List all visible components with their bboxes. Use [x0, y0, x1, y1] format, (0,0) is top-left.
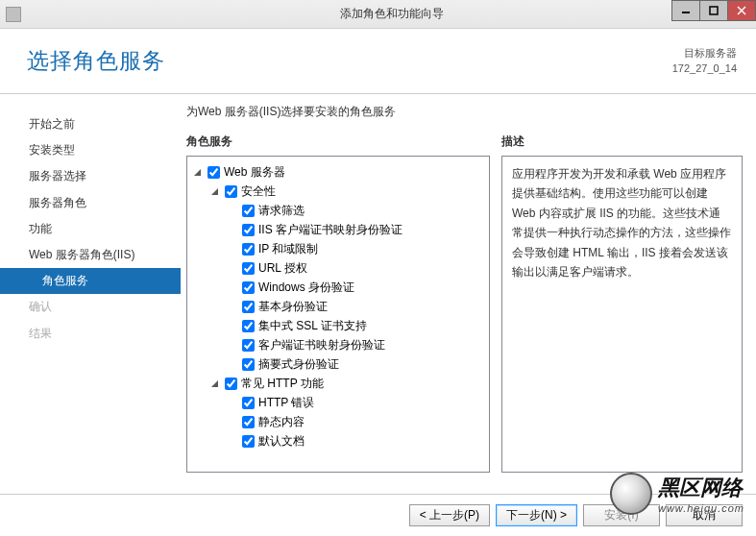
destination-server-block: 目标服务器 172_27_0_14 — [672, 46, 737, 76]
tree-toggle-placeholder — [228, 321, 238, 331]
maximize-icon — [709, 6, 719, 15]
tree-checkbox[interactable] — [242, 224, 255, 236]
tree-node[interactable]: 集中式 SSL 证书支持 — [193, 316, 487, 335]
nav-item: 结果 — [0, 321, 181, 347]
cancel-button[interactable]: 取消 — [666, 504, 743, 526]
tree-label: 基本身份验证 — [258, 297, 328, 316]
tree-label: 客户端证书映射身份验证 — [258, 335, 385, 354]
tree-toggle-placeholder — [228, 359, 238, 370]
nav-item: 确认 — [0, 294, 181, 320]
tree-checkbox[interactable] — [225, 378, 237, 390]
tree-scroll[interactable]: Web 服务器安全性请求筛选IIS 客户端证书映射身份验证IP 和域限制URL … — [187, 157, 489, 472]
tree-label: IIS 客户端证书映射身份验证 — [258, 220, 402, 239]
app-icon — [6, 7, 21, 22]
tree-node[interactable]: URL 授权 — [193, 258, 487, 278]
next-button[interactable]: 下一步(N) > — [496, 504, 577, 526]
maximize-button[interactable] — [699, 0, 728, 21]
close-button[interactable] — [727, 0, 756, 21]
tree-node[interactable]: 安全性 — [193, 182, 487, 201]
destination-label: 目标服务器 — [672, 46, 737, 61]
description-head: 描述 — [501, 134, 743, 150]
nav-item[interactable]: 功能 — [0, 216, 181, 242]
wizard-footer: < 上一步(P) 下一步(N) > 安装(I) 取消 — [0, 494, 756, 536]
page-title: 选择角色服务 — [27, 46, 165, 76]
tree-label: 静态内容 — [258, 412, 305, 431]
nav-item[interactable]: 服务器角色 — [0, 190, 181, 216]
tree-checkbox[interactable] — [242, 301, 255, 313]
tree-label: URL 授权 — [258, 258, 307, 278]
install-button[interactable]: 安装(I) — [583, 504, 660, 526]
nav-item[interactable]: Web 服务器角色(IIS) — [0, 242, 181, 268]
tree-label: 安全性 — [241, 182, 276, 201]
tree-node[interactable]: 默认文档 — [193, 431, 487, 451]
tree-label: 默认文档 — [258, 431, 305, 451]
tree-toggle-icon[interactable] — [210, 186, 221, 197]
tree-checkbox[interactable] — [242, 416, 255, 428]
tree-label: 常见 HTTP 功能 — [241, 374, 324, 393]
content: 开始之前安装类型服务器选择服务器角色功能Web 服务器角色(IIS)角色服务确认… — [0, 94, 756, 494]
tree-node[interactable]: Windows 身份验证 — [193, 278, 487, 297]
description-box: 应用程序开发为开发和承载 Web 应用程序提供基础结构。使用这些功能可以创建 W… — [501, 156, 743, 473]
tree-node[interactable]: 客户端证书映射身份验证 — [193, 335, 487, 354]
tree-toggle-placeholder — [228, 302, 238, 312]
close-icon — [737, 6, 746, 15]
prev-button[interactable]: < 上一步(P) — [409, 504, 490, 526]
tree-toggle-placeholder — [228, 282, 238, 293]
tree-label: Web 服务器 — [224, 162, 285, 182]
nav-item[interactable]: 角色服务 — [0, 268, 181, 294]
tree-label: 摘要式身份验证 — [258, 354, 339, 374]
minimize-button[interactable] — [671, 0, 700, 21]
destination-value: 172_27_0_14 — [672, 61, 737, 76]
tree-label: IP 和域限制 — [258, 239, 318, 258]
tree-node[interactable]: 基本身份验证 — [193, 297, 487, 316]
tree-toggle-placeholder — [228, 225, 238, 235]
tree-label: 请求筛选 — [258, 201, 305, 220]
window-controls — [672, 0, 756, 21]
header: 选择角色服务 目标服务器 172_27_0_14 — [0, 29, 756, 94]
tree-checkbox[interactable] — [207, 166, 220, 179]
spacer — [501, 104, 743, 134]
tree-toggle-placeholder — [228, 263, 238, 274]
tree-toggle-placeholder — [228, 340, 238, 351]
tree-node[interactable]: 常见 HTTP 功能 — [193, 374, 487, 393]
svg-rect-1 — [710, 7, 718, 14]
tree-checkbox[interactable] — [242, 205, 255, 217]
titlebar: 添加角色和功能向导 — [0, 0, 756, 29]
role-services-head: 角色服务 — [186, 134, 490, 150]
tree-toggle-icon[interactable] — [210, 378, 221, 389]
tree-node[interactable]: IIS 客户端证书映射身份验证 — [193, 220, 487, 239]
tree-label: HTTP 错误 — [258, 393, 314, 412]
tree-node[interactable]: HTTP 错误 — [193, 393, 487, 412]
tree-toggle-placeholder — [228, 436, 238, 447]
tree-label: 集中式 SSL 证书支持 — [258, 316, 367, 335]
tree-checkbox[interactable] — [242, 262, 255, 275]
role-services-tree: Web 服务器安全性请求筛选IIS 客户端证书映射身份验证IP 和域限制URL … — [186, 156, 490, 473]
nav-item[interactable]: 服务器选择 — [0, 163, 181, 189]
nav-item[interactable]: 安装类型 — [0, 137, 181, 163]
tree-checkbox[interactable] — [242, 358, 255, 371]
description-column: 描述 应用程序开发为开发和承载 Web 应用程序提供基础结构。使用这些功能可以创… — [501, 104, 743, 494]
tree-checkbox[interactable] — [242, 397, 255, 409]
tree-node[interactable]: Web 服务器 — [193, 162, 487, 182]
tree-checkbox[interactable] — [242, 435, 255, 448]
tree-checkbox[interactable] — [242, 243, 255, 256]
tree-checkbox[interactable] — [242, 320, 255, 332]
role-services-column: 为Web 服务器(IIS)选择要安装的角色服务 角色服务 Web 服务器安全性请… — [186, 104, 490, 494]
intro-text: 为Web 服务器(IIS)选择要安装的角色服务 — [186, 104, 490, 120]
tree-node[interactable]: 请求筛选 — [193, 201, 487, 220]
tree-node[interactable]: IP 和域限制 — [193, 239, 487, 258]
nav-item[interactable]: 开始之前 — [0, 111, 181, 137]
tree-toggle-placeholder — [228, 417, 238, 427]
tree-node[interactable]: 静态内容 — [193, 412, 487, 431]
tree-toggle-placeholder — [228, 244, 238, 255]
minimize-icon — [681, 6, 691, 15]
window-title: 添加角色和功能向导 — [27, 6, 756, 22]
tree-label: Windows 身份验证 — [258, 278, 354, 297]
tree-checkbox[interactable] — [242, 339, 255, 352]
tree-toggle-icon[interactable] — [193, 167, 204, 178]
tree-node[interactable]: 摘要式身份验证 — [193, 354, 487, 374]
tree-checkbox[interactable] — [225, 185, 237, 198]
tree-checkbox[interactable] — [242, 281, 255, 294]
wizard-nav: 开始之前安装类型服务器选择服务器角色功能Web 服务器角色(IIS)角色服务确认… — [0, 94, 181, 494]
tree-toggle-placeholder — [228, 398, 238, 408]
